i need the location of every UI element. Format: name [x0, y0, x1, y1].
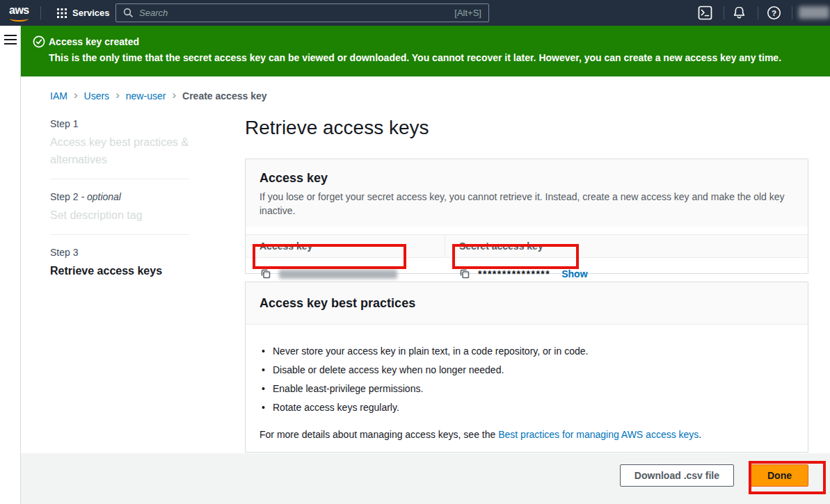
best-practices-link[interactable]: Best practices for managing AWS access k…	[498, 429, 699, 440]
column-secret-access-key: Secret access key	[459, 241, 543, 252]
access-key-cell	[246, 268, 445, 280]
copy-icon[interactable]	[260, 268, 272, 280]
nav-divider	[724, 6, 724, 19]
access-key-value-redacted	[279, 270, 397, 279]
step-2-title: Set description tag	[50, 206, 189, 224]
footer-text: For more details about managing access k…	[260, 429, 498, 440]
step-divider	[50, 179, 189, 179]
success-banner: Access key created This is the only time…	[21, 26, 830, 76]
menu-hamburger-icon[interactable]	[4, 35, 17, 44]
page-title: Retrieve access keys	[245, 117, 429, 139]
banner-message: This is the only time that the secret ac…	[49, 51, 781, 64]
svg-text:?: ?	[772, 9, 776, 17]
breadcrumb: IAM › Users › new-user › Create access k…	[50, 90, 267, 101]
step-1-title: Access key best practices & alternatives	[50, 133, 189, 168]
best-practices-card-title: Access key best practices	[260, 295, 794, 311]
best-practices-card-header: Access key best practices	[246, 282, 808, 325]
breadcrumb-iam[interactable]: IAM	[50, 90, 67, 101]
breadcrumb-users[interactable]: Users	[84, 90, 110, 101]
wizard-step-1: Step 1 Access key best practices & alter…	[50, 118, 189, 168]
best-practice-item: Rotate access keys regularly.	[260, 400, 794, 414]
search-icon	[123, 8, 134, 18]
wizard-step-2: Step 2 - optional Set description tag	[50, 191, 189, 224]
breadcrumb-current: Create access key	[182, 90, 266, 101]
side-nav-rail	[0, 26, 21, 504]
breadcrumb-new-user[interactable]: new-user	[126, 90, 166, 101]
access-key-card-title: Access key	[260, 170, 794, 186]
services-grid-icon	[57, 8, 67, 18]
done-button[interactable]: Done	[751, 464, 808, 487]
footer-text-period: .	[699, 429, 701, 440]
search-shortcut-hint: [Alt+S]	[454, 8, 481, 18]
best-practices-list: Never store your access key in plain tex…	[246, 325, 808, 414]
access-key-card: Access key If you lose or forget your se…	[245, 158, 808, 274]
aws-logo-text: aws	[9, 4, 29, 16]
search-input[interactable]	[139, 8, 449, 18]
best-practices-card: Access key best practices Never store yo…	[245, 282, 808, 453]
step-3-title: Retrieve access keys	[50, 262, 189, 279]
secret-key-masked-value: ***************	[478, 268, 550, 279]
cloudshell-icon[interactable]	[698, 6, 712, 20]
top-navbar: aws Services [Alt+S] ?	[0, 0, 830, 26]
access-key-card-description: If you lose or forget your secret access…	[260, 190, 794, 218]
best-practice-item: Never store your access key in plain tex…	[260, 344, 794, 358]
access-key-card-header: Access key If you lose or forget your se…	[246, 159, 808, 227]
services-label: Services	[72, 8, 110, 18]
wizard-steps-nav: Step 1 Access key best practices & alter…	[50, 118, 189, 279]
banner-title: Access key created	[49, 35, 139, 48]
success-check-icon	[33, 35, 45, 48]
step-2-optional-suffix: - optional	[81, 191, 121, 202]
key-table-header: Access key Secret access key	[246, 234, 808, 258]
best-practice-item: Enable least-privilege permissions.	[260, 382, 794, 396]
breadcrumb-separator-icon: ›	[74, 90, 78, 100]
nav-divider	[40, 6, 41, 19]
global-search[interactable]: [Alt+S]	[115, 3, 489, 22]
step-divider	[50, 234, 189, 235]
notifications-bell-icon[interactable]	[732, 6, 747, 20]
secret-access-key-cell: *************** Show	[445, 268, 808, 280]
show-secret-link[interactable]: Show	[561, 268, 587, 279]
best-practices-footer: For more details about managing access k…	[246, 419, 808, 441]
aws-logo[interactable]: aws	[9, 4, 33, 22]
step-3-label: Step 3	[50, 247, 78, 258]
breadcrumb-separator-icon: ›	[172, 90, 176, 100]
step-2-label: Step 2	[50, 191, 81, 202]
download-csv-button[interactable]: Download .csv file	[620, 464, 734, 487]
wizard-step-3: Step 3 Retrieve access keys	[50, 247, 189, 279]
breadcrumb-separator-icon: ›	[115, 90, 120, 100]
aws-smile-icon	[10, 15, 29, 22]
best-practice-item: Disable or delete access key when no lon…	[260, 363, 794, 377]
nav-divider	[758, 6, 758, 19]
column-access-key: Access key	[260, 241, 312, 252]
copy-icon[interactable]	[458, 268, 471, 280]
nav-divider	[792, 6, 792, 19]
services-menu-button[interactable]: Services	[53, 0, 114, 26]
step-1-label: Step 1	[50, 118, 78, 129]
account-menu[interactable]	[799, 6, 829, 19]
help-icon[interactable]: ?	[767, 6, 781, 20]
footer-actions: Download .csv file Done	[245, 464, 808, 487]
